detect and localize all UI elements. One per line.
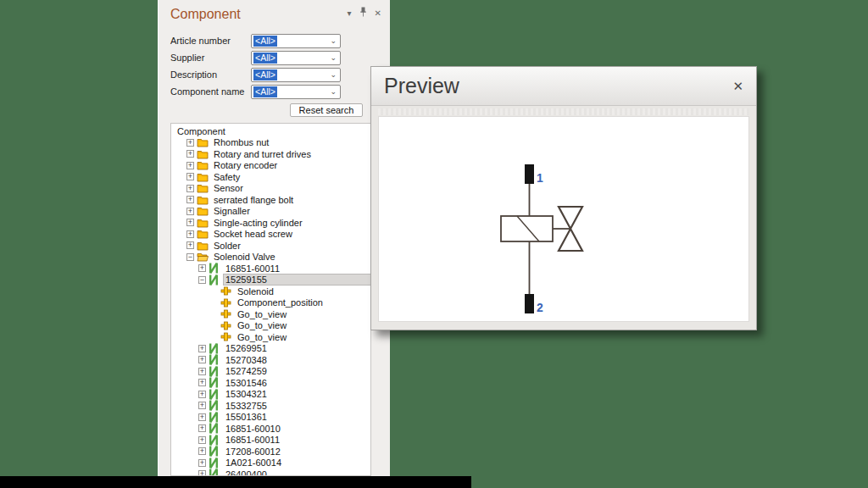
expand-plus-icon[interactable]: +	[186, 162, 194, 169]
tree-item[interactable]: +Rhombus nut	[171, 137, 370, 149]
symbol-icon	[209, 366, 221, 377]
folder-icon	[197, 171, 209, 182]
tree-item[interactable]: Go_to_view	[171, 308, 370, 320]
expand-plus-icon[interactable]: +	[186, 139, 194, 147]
expand-plus-icon[interactable]: +	[186, 219, 194, 226]
tree-item[interactable]: +15304321	[171, 389, 370, 401]
tree-item[interactable]: −Solenoid Valve	[171, 252, 370, 263]
function-icon	[220, 297, 233, 308]
solenoid-valve-symbol: 1 2	[498, 159, 599, 324]
expand-plus-icon[interactable]: +	[198, 368, 206, 375]
filter-row-component-name: Component name <All> ⌄	[170, 83, 390, 100]
tree-item[interactable]: +Rotary and turret drives	[171, 148, 370, 160]
expand-plus-icon[interactable]: +	[198, 345, 206, 352]
pin-icon[interactable]	[359, 7, 367, 19]
expand-plus-icon[interactable]: +	[198, 447, 206, 455]
tree-item-label: Solenoid	[236, 286, 275, 297]
tree-item[interactable]: +15269951	[171, 343, 370, 355]
tree-item[interactable]: +Safety	[171, 171, 370, 183]
expand-plus-icon[interactable]: +	[198, 459, 206, 467]
tree-item[interactable]: +16851-60011	[171, 435, 370, 446]
tree-item-label: 16851-60011	[224, 435, 281, 445]
expand-plus-icon[interactable]: +	[198, 413, 206, 421]
tree-item-label: 15259155	[224, 274, 370, 285]
expand-plus-icon[interactable]: +	[186, 241, 194, 249]
close-icon[interactable]: ✕	[375, 8, 381, 19]
close-icon[interactable]: ✕	[732, 80, 743, 92]
expand-plus-icon[interactable]: +	[198, 424, 206, 432]
tree-item-label: 16851-60010	[224, 424, 282, 434]
expand-plus-icon[interactable]: +	[186, 150, 194, 158]
collapse-minus-icon[interactable]: −	[198, 276, 206, 284]
collapse-minus-icon[interactable]: −	[186, 253, 194, 261]
tree-item[interactable]: Component_position	[171, 297, 370, 309]
combobox-value: <All>	[253, 53, 277, 64]
tree-item[interactable]: +15274259	[171, 366, 370, 378]
tree-item[interactable]: +15332755	[171, 400, 370, 412]
combobox-value: <All>	[253, 86, 277, 97]
tree-item-label: Component_position	[236, 297, 325, 308]
expand-plus-icon[interactable]: +	[186, 185, 194, 192]
expand-plus-icon[interactable]: +	[186, 208, 194, 215]
tree-item-label: Solder	[212, 241, 242, 251]
tree-item[interactable]: +Signaller	[171, 206, 370, 218]
tree-item[interactable]: +Single-acting cylinder	[171, 217, 370, 229]
expand-plus-icon[interactable]: +	[198, 391, 206, 398]
tree-item-label: 15269951	[224, 343, 269, 353]
chevron-down-icon[interactable]: ⌄	[330, 37, 340, 45]
tree-item-label: Rotary encoder	[212, 160, 279, 170]
tree-item[interactable]: Solenoid	[171, 286, 370, 297]
letterbox-bar	[0, 476, 471, 488]
folder-icon	[197, 183, 209, 194]
tree-item[interactable]: Go_to_view	[171, 320, 370, 332]
chevron-down-icon[interactable]: ⌄	[330, 54, 340, 62]
expand-plus-icon[interactable]: +	[198, 402, 206, 409]
reset-search-button[interactable]: Reset search	[290, 103, 363, 117]
tree-item[interactable]: +17208-60012	[171, 446, 370, 458]
tree-item[interactable]: +15501361	[171, 412, 370, 424]
tree-item-label: Rhombus nut	[212, 137, 270, 147]
tree-item-label: Sensor	[212, 183, 245, 193]
tree-item-label: 1A021-60014	[224, 458, 283, 468]
tree-item[interactable]: +Sensor	[171, 183, 370, 195]
tree-item[interactable]: +Solder	[171, 240, 370, 252]
expand-plus-icon[interactable]: +	[198, 379, 206, 386]
expand-plus-icon[interactable]: +	[198, 264, 206, 272]
tree-item[interactable]: +Rotary encoder	[171, 160, 370, 172]
expand-plus-icon[interactable]: +	[198, 436, 206, 444]
folder-open-icon	[197, 252, 209, 263]
folder-icon	[197, 160, 209, 171]
expand-plus-icon[interactable]: +	[186, 230, 194, 238]
tree-item[interactable]: +15301546	[171, 377, 370, 389]
description-combobox[interactable]: <All> ⌄	[251, 68, 341, 82]
expand-plus-icon[interactable]: +	[198, 470, 206, 476]
tree-item[interactable]: +serrated flange bolt	[171, 194, 370, 206]
symbol-icon	[209, 423, 221, 434]
tree-item-partial[interactable]: +26400400	[171, 469, 370, 476]
tree-item[interactable]: Go_to_view	[171, 331, 370, 343]
folder-icon	[197, 137, 209, 148]
chevron-down-icon[interactable]: ⌄	[330, 88, 340, 96]
supplier-combobox[interactable]: <All> ⌄	[251, 51, 341, 65]
tree-item[interactable]: +16851-60011	[171, 263, 370, 274]
expand-plus-icon[interactable]: +	[186, 196, 194, 203]
tree-item[interactable]: −15259155	[171, 274, 370, 286]
preview-titlebar[interactable]: Preview ✕	[371, 67, 756, 106]
tree-item-label: Go_to_view	[236, 309, 288, 319]
tree-item[interactable]: +16851-60010	[171, 423, 370, 435]
article-number-combobox[interactable]: <All> ⌄	[251, 34, 341, 48]
tree-item[interactable]: +15270348	[171, 354, 370, 366]
chevron-down-icon[interactable]: ▾	[348, 8, 352, 19]
tree-item-label: 15301546	[224, 378, 269, 388]
component-name-combobox[interactable]: <All> ⌄	[251, 85, 341, 99]
expand-plus-icon[interactable]: +	[186, 173, 194, 180]
tree-item[interactable]: +Socket head screw	[171, 229, 370, 241]
tree-root[interactable]: Component	[171, 125, 370, 137]
tree-item[interactable]: +1A021-60014	[171, 458, 370, 469]
function-icon	[220, 308, 233, 319]
expand-plus-icon[interactable]: +	[198, 356, 206, 363]
tree-item-label: 15274259	[224, 366, 269, 376]
chevron-down-icon[interactable]: ⌄	[330, 71, 340, 79]
tree-item-label: 15304321	[224, 389, 269, 399]
combobox-value: <All>	[253, 69, 277, 80]
